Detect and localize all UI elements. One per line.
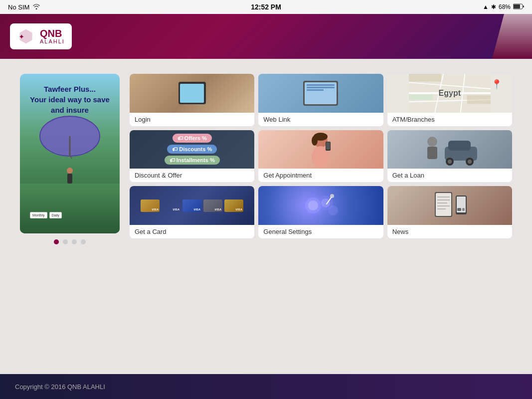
loan-label: Get a Loan (387, 169, 512, 182)
banner-signs: Monthly Daily (30, 212, 62, 218)
settings-image (258, 186, 383, 225)
grid-item-login[interactable]: Login (130, 74, 254, 126)
banner-title3: and insure (30, 105, 110, 115)
svg-rect-2 (523, 5, 524, 7)
svg-rect-44 (436, 193, 451, 216)
appointment-bg (258, 130, 383, 169)
svg-point-32 (448, 160, 452, 164)
menu-grid: Login (130, 74, 512, 238)
banner-road: Monthly Daily (20, 184, 120, 233)
banner-dots (20, 239, 120, 244)
svg-rect-26 (326, 142, 330, 150)
svg-point-27 (427, 137, 437, 147)
main-content: Tawfeer Plus... Your ideal way to save a… (0, 59, 532, 259)
bluetooth-icon: ✱ (491, 3, 496, 10)
loan-svg (417, 132, 482, 167)
settings-svg (296, 188, 346, 223)
svg-point-40 (328, 205, 338, 215)
footer: Copyright © 2016 QNB ALAHLI (0, 374, 532, 399)
weblink-image (258, 74, 383, 113)
banner-image: Tawfeer Plus... Your ideal way to save a… (20, 74, 120, 233)
weblink-label: Web Link (258, 113, 383, 126)
visa-logo-4: VISA (214, 208, 221, 211)
svg-rect-9 (67, 174, 72, 184)
discount-bg: 🏷 Offers % 🏷 Discounts % 🏷 Installments … (130, 130, 254, 169)
app-header: ✦ QNB ALAHLI (0, 14, 532, 59)
svg-point-8 (67, 168, 73, 174)
qnb-logo-icon: ✦ (17, 27, 35, 45)
settings-bg (258, 186, 383, 225)
visa-logo-5: VISA (235, 208, 242, 211)
grid-item-appointment[interactable]: Get Appointment (258, 130, 383, 183)
grid-item-settings[interactable]: General Settings (258, 186, 383, 238)
header-ribbon (492, 14, 532, 59)
dot-3[interactable] (72, 239, 77, 244)
offers-tag: 🏷 Offers % (173, 134, 212, 143)
logo-qnb: QNB (40, 28, 65, 38)
card-label: Get a Card (130, 225, 254, 238)
atm-label: ATM/Branches (387, 113, 512, 126)
loan-image (387, 130, 512, 169)
map-bg: Egypt 📍 (387, 74, 512, 113)
discount-label: Discount & Offer (130, 169, 254, 182)
logo-text: QNB ALAHLI (40, 28, 65, 44)
atm-image: Egypt 📍 (387, 74, 512, 113)
umbrella-decoration (37, 114, 102, 161)
monitor-line-2 (307, 87, 335, 88)
dot-1[interactable] (54, 239, 59, 244)
wifi-icon (32, 3, 40, 11)
monitor-shape (303, 81, 338, 106)
grid-item-weblink[interactable]: Web Link (258, 74, 383, 126)
appointment-image (258, 130, 383, 169)
appointment-svg (301, 130, 341, 169)
tablet-shape (178, 82, 206, 104)
monthly-sign: Monthly (30, 212, 47, 218)
card-silver: VISA (162, 200, 180, 212)
grid-item-discount[interactable]: 🏷 Offers % 🏷 Discounts % 🏷 Installments … (130, 130, 254, 183)
appointment-label: Get Appointment (258, 169, 383, 182)
monitor-line-3 (307, 89, 324, 91)
svg-rect-30 (448, 141, 471, 151)
weblink-bg (258, 74, 383, 113)
map-label: Egypt (439, 89, 461, 98)
dot-4[interactable] (81, 239, 86, 244)
status-right: ▲ ✱ 68% (483, 3, 524, 11)
umbrella-svg (37, 114, 102, 159)
banner-title1: Tawfeer Plus... (30, 84, 110, 94)
card-gray: VISA (203, 200, 222, 212)
discount-image: 🏷 Offers % 🏷 Discounts % 🏷 Installments … (130, 130, 254, 169)
banner-text: Tawfeer Plus... Your ideal way to save a… (25, 84, 115, 115)
svg-point-37 (308, 200, 318, 210)
card-extra: VISA (224, 200, 243, 212)
logo-area: ✦ QNB ALAHLI (10, 23, 72, 49)
svg-rect-20 (467, 95, 490, 104)
location-icon: ▲ (483, 3, 489, 10)
svg-rect-53 (462, 208, 465, 211)
status-left: No SIM (8, 3, 40, 11)
card-image: VISA VISA VISA VISA VISA (130, 186, 254, 225)
svg-point-34 (468, 160, 472, 164)
monitor-screen (305, 82, 337, 104)
svg-rect-19 (409, 94, 432, 99)
dot-2[interactable] (63, 239, 68, 244)
login-bg (130, 74, 254, 113)
svg-rect-18 (409, 74, 441, 82)
grid-item-atm[interactable]: Egypt 📍 ATM/Branches (387, 74, 512, 126)
card-blue: VISA (182, 200, 201, 212)
map-pin-icon: 📍 (491, 79, 502, 90)
logo-alahli: ALAHLI (40, 38, 65, 44)
card-bg: VISA VISA VISA VISA VISA (130, 186, 254, 225)
grid-item-loan[interactable]: Get a Loan (387, 130, 512, 183)
svg-point-42 (330, 194, 334, 198)
banner-area: Tawfeer Plus... Your ideal way to save a… (20, 74, 120, 244)
visa-logo-3: VISA (193, 208, 200, 211)
daily-sign: Daily (49, 212, 62, 218)
status-bar: No SIM 12:52 PM ▲ ✱ 68% (0, 0, 532, 14)
grid-item-news[interactable]: News (387, 186, 512, 238)
news-svg (425, 188, 475, 223)
card-gold: VISA (141, 200, 160, 212)
svg-text:✦: ✦ (19, 33, 24, 40)
grid-item-card[interactable]: VISA VISA VISA VISA VISA (130, 186, 254, 238)
news-label: News (387, 225, 512, 238)
installments-tag: 🏷 Installments % (165, 156, 220, 165)
